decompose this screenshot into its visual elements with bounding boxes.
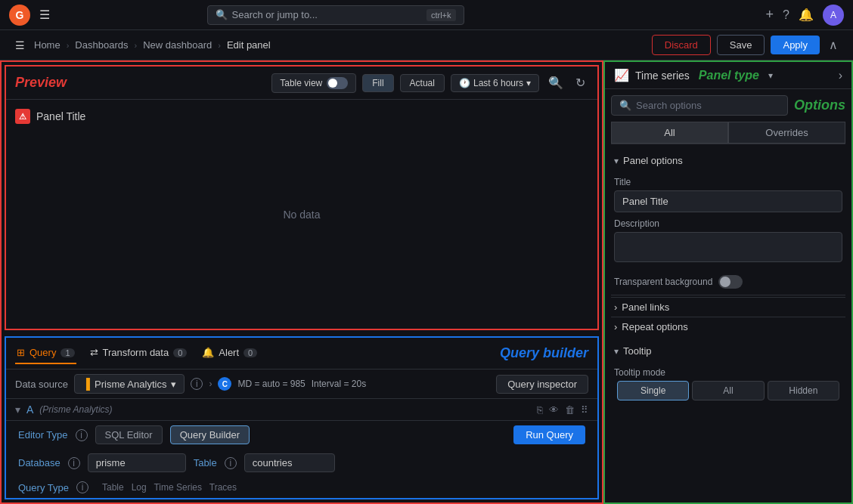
top-nav: G ☰ 🔍 Search or jump to... ctrl+k + ? 🔔 … (0, 0, 853, 30)
database-label: Database (18, 457, 60, 468)
breadcrumb-dashboards[interactable]: Dashboards (75, 39, 128, 51)
fill-button[interactable]: Fill (362, 74, 393, 92)
breadcrumb-sep-3: › (218, 41, 221, 50)
editor-type-info-icon[interactable]: i (76, 429, 88, 441)
table-info-icon[interactable]: i (225, 457, 237, 469)
description-textarea[interactable] (614, 232, 842, 262)
panel-type-label: Panel type (699, 69, 759, 82)
breadcrumb-bar: ☰ Home › Dashboards › New dashboard › Ed… (0, 30, 853, 60)
breadcrumb-sep-1: › (67, 41, 70, 50)
transparent-bg-knob (720, 277, 730, 287)
transparent-bg-label: Transparent background (614, 277, 712, 287)
discard-button[interactable]: Discard (652, 35, 711, 55)
collapse-button[interactable]: ∧ (826, 35, 841, 55)
sidebar-toggle[interactable]: ☰ (12, 36, 28, 54)
tooltip-mode-hidden[interactable]: Hidden (768, 381, 839, 400)
description-form-label: Description (614, 218, 842, 229)
global-search[interactable]: 🔍 Search or jump to... ctrl+k (207, 5, 464, 25)
tooltip-modes: Single All Hidden (617, 381, 839, 400)
panel-links-header[interactable]: › Panel links (611, 297, 845, 317)
search-shortcut: ctrl+k (426, 9, 456, 21)
refresh-button[interactable]: ↻ (572, 73, 588, 93)
panel-type-header: 📈 Time series Panel type ▾ › (605, 62, 851, 89)
breadcrumb-new-dashboard[interactable]: New dashboard (143, 39, 212, 51)
drag-icon[interactable]: ⠿ (581, 404, 588, 416)
options-title: Options (794, 97, 845, 113)
warning-icon: ⚠ (15, 109, 30, 124)
panel-title-text: Panel Title (36, 110, 85, 122)
tab-overrides[interactable]: Overrides (728, 122, 845, 144)
datasource-info-icon[interactable]: i (191, 378, 203, 390)
query-builder-button[interactable]: Query Builder (170, 425, 250, 444)
time-label: Last 6 hours (473, 78, 523, 88)
preview-header: Preview Table view Fill Actual 🕐 Last 6 … (6, 66, 597, 100)
tooltip-mode-all[interactable]: All (692, 381, 764, 400)
preview-section: Preview Table view Fill Actual 🕐 Last 6 … (5, 65, 599, 330)
transparent-bg-row: Transparent background (611, 271, 845, 293)
divider-1 (611, 295, 845, 295)
repeat-options-header[interactable]: › Repeat options (611, 317, 845, 336)
database-info-icon[interactable]: i (68, 457, 80, 469)
transform-tab[interactable]: ⇄ Transform data 0 (88, 342, 189, 364)
app-logo[interactable]: G (9, 5, 30, 26)
avatar[interactable]: A (823, 5, 844, 26)
breadcrumb-home[interactable]: Home (34, 39, 60, 51)
run-query-button[interactable]: Run Query (513, 425, 585, 444)
tooltip-mode-label: Tooltip mode (614, 367, 842, 378)
editor-type-label: Editor Type (18, 429, 68, 441)
table-view-switch[interactable] (327, 77, 348, 89)
plus-icon[interactable]: + (766, 7, 774, 23)
query-tab-badge: 1 (60, 348, 74, 357)
tooltip-mode-single[interactable]: Single (617, 381, 689, 400)
alert-tab[interactable]: 🔔 Alert 0 (200, 342, 259, 364)
help-icon[interactable]: ? (783, 8, 789, 22)
zoom-out-button[interactable]: 🔍 (545, 73, 566, 93)
query-row-actions: ⎘ 👁 🗑 ⠿ (537, 404, 588, 416)
c-badge: C (218, 377, 231, 391)
sql-editor-button[interactable]: SQL Editor (95, 425, 163, 444)
title-input[interactable] (614, 190, 842, 212)
query-type-info-icon[interactable]: i (76, 481, 88, 493)
query-tab-label: Query (29, 347, 56, 358)
alert-tab-label: Alert (219, 347, 239, 358)
panel-links-chevron: › (614, 301, 617, 313)
actual-button[interactable]: Actual (400, 74, 445, 92)
copy-icon[interactable]: ⎘ (537, 404, 543, 416)
database-select[interactable]: prisme (88, 453, 186, 472)
datasource-row: Data source ▐ Prisme Analytics ▾ i › C M… (6, 369, 597, 399)
editor-type-row: Editor Type i SQL Editor Query Builder R… (6, 421, 597, 449)
table-view-toggle[interactable]: Table view (271, 73, 356, 93)
query-inspector-button[interactable]: Query inspector (496, 375, 588, 394)
search-options-placeholder: Search options (636, 100, 702, 111)
panel-options-chevron: ▾ (614, 156, 619, 166)
interval-text: Interval = 20s (312, 379, 366, 389)
breadcrumb-sep-2: › (134, 41, 137, 50)
expand-icon[interactable]: ▾ (15, 404, 20, 416)
tooltip-header[interactable]: ▾ Tooltip (611, 341, 845, 361)
no-data-text: No data (283, 209, 320, 221)
delete-icon[interactable]: 🗑 (565, 404, 575, 416)
countries-value: countries (244, 453, 335, 472)
datasource-select[interactable]: ▐ Prisme Analytics ▾ (74, 374, 185, 394)
query-letter: A (26, 404, 33, 416)
query-tab[interactable]: ⊞ Query 1 (15, 342, 76, 364)
time-range-button[interactable]: 🕐 Last 6 hours ▾ (451, 74, 539, 92)
datasource-icon: ▐ (82, 378, 90, 390)
bell-icon[interactable]: 🔔 (799, 8, 814, 22)
panel-options-header[interactable]: ▾ Panel options (611, 150, 845, 171)
query-type-row: Query Type i Table Log Time Series Trace… (6, 477, 597, 498)
panel-type-chevron-down[interactable]: ▾ (768, 70, 773, 81)
tab-all[interactable]: All (611, 122, 728, 144)
transparent-bg-toggle[interactable] (718, 275, 743, 289)
main-layout: Preview Table view Fill Actual 🕐 Last 6 … (0, 60, 853, 504)
search-placeholder: Search or jump to... (232, 9, 318, 20)
logo-text: G (16, 9, 24, 21)
apply-button[interactable]: Apply (771, 36, 820, 54)
query-builder-header: ⊞ Query 1 ⇄ Transform data 0 🔔 Alert 0 Q… (6, 338, 597, 369)
panel-type-arrow-right[interactable]: › (839, 69, 842, 82)
save-button[interactable]: Save (717, 35, 765, 55)
eye-icon[interactable]: 👁 (549, 404, 559, 416)
search-options-input[interactable]: 🔍 Search options (611, 95, 788, 116)
panel-content: ⚠ Panel Title No data (6, 100, 597, 329)
hamburger-menu[interactable]: ☰ (36, 5, 53, 25)
